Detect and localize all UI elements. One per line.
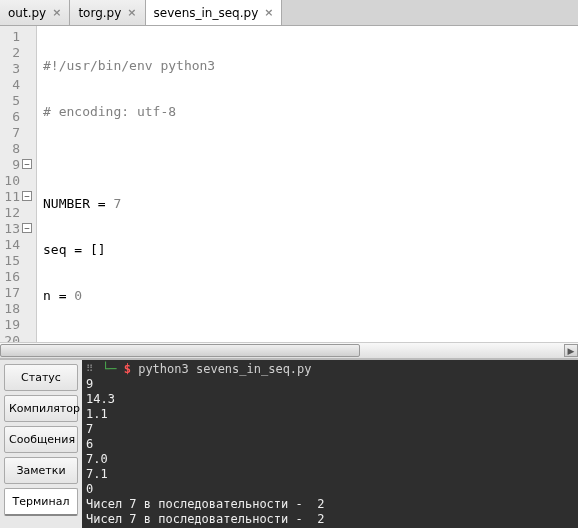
fold-icon[interactable]: −	[22, 223, 32, 233]
code-text	[43, 150, 560, 166]
line-number: 9	[0, 157, 20, 172]
tab-label: sevens_in_seq.py	[154, 6, 259, 20]
line-number: 14	[0, 237, 20, 252]
side-tab-compiler[interactable]: Компилятор	[4, 395, 78, 422]
side-tab-status[interactable]: Статус	[4, 364, 78, 391]
terminal-output: 7.0	[86, 452, 574, 467]
line-number: 13	[0, 221, 20, 236]
tab-torg[interactable]: torg.py ×	[70, 0, 145, 25]
tab-out[interactable]: out.py ×	[0, 0, 70, 25]
terminal-output: 14.3	[86, 392, 574, 407]
line-number: 2	[0, 45, 20, 60]
editor-tabs: out.py × torg.py × sevens_in_seq.py ×	[0, 0, 578, 26]
terminal-output: 9	[86, 377, 574, 392]
scrollbar-thumb[interactable]	[0, 344, 360, 357]
line-number: 1	[0, 29, 20, 44]
horizontal-scrollbar[interactable]: ▶	[0, 342, 578, 358]
side-tab-notes[interactable]: Заметки	[4, 457, 78, 484]
terminal-output: 7	[86, 422, 574, 437]
prompt-arrow-icon: └─	[102, 362, 116, 376]
terminal-output: Чисел 7 в последовательности - 2	[86, 497, 574, 512]
tab-label: torg.py	[78, 6, 121, 20]
terminal[interactable]: ⠿ └─ $ python3 sevens_in_seq.py 9 14.3 1…	[82, 360, 578, 528]
code-editor[interactable]: 1 2 3 4 5 6 7 8 9− 10 11− 12 13− 14 15 1…	[0, 26, 578, 342]
line-number: 4	[0, 77, 20, 92]
side-tab-messages[interactable]: Сообщения	[4, 426, 78, 453]
code-text: # encoding: utf-8	[43, 104, 176, 119]
code-text: NUMBER =	[43, 196, 113, 211]
line-number: 3	[0, 61, 20, 76]
close-icon[interactable]: ×	[52, 6, 61, 19]
terminal-output: 1.1	[86, 407, 574, 422]
line-number: 16	[0, 269, 20, 284]
code-text: n =	[43, 288, 74, 303]
line-number: 17	[0, 285, 20, 300]
terminal-output: 6	[86, 437, 574, 452]
side-tab-terminal[interactable]: Терминал	[4, 488, 78, 516]
fold-icon[interactable]: −	[22, 159, 32, 169]
line-number: 5	[0, 93, 20, 108]
chevron-right-icon[interactable]: ▶	[564, 344, 578, 357]
fold-icon[interactable]: −	[22, 191, 32, 201]
gutter: 1 2 3 4 5 6 7 8 9− 10 11− 12 13− 14 15 1…	[0, 26, 37, 342]
grip-icon[interactable]: ⠿	[86, 363, 91, 374]
close-icon[interactable]: ×	[127, 6, 136, 19]
tab-label: out.py	[8, 6, 46, 20]
terminal-command: python3 sevens_in_seq.py	[138, 362, 311, 376]
line-number: 18	[0, 301, 20, 316]
line-number: 11	[0, 189, 20, 204]
tab-sevens[interactable]: sevens_in_seq.py ×	[146, 0, 283, 25]
line-number: 15	[0, 253, 20, 268]
line-number: 7	[0, 125, 20, 140]
code-text: #!/usr/bin/env python3	[43, 58, 215, 73]
line-number: 12	[0, 205, 20, 220]
terminal-output: Чисел 7 в последовательности - 2	[86, 512, 574, 527]
line-number: 20	[0, 333, 20, 343]
line-number: 8	[0, 141, 20, 156]
line-number: 6	[0, 109, 20, 124]
code-text	[43, 334, 560, 342]
terminal-output: 0	[86, 482, 574, 497]
side-tabs: Статус Компилятор Сообщения Заметки Терм…	[0, 360, 82, 528]
bottom-panel: Статус Компилятор Сообщения Заметки Терм…	[0, 358, 578, 528]
line-number: 19	[0, 317, 20, 332]
code-text: 0	[74, 288, 82, 303]
prompt-dollar: $	[124, 362, 131, 376]
code-area[interactable]: #!/usr/bin/env python3 # encoding: utf-8…	[37, 26, 566, 342]
close-icon[interactable]: ×	[264, 6, 273, 19]
line-number: 10	[0, 173, 20, 188]
code-text: seq = []	[43, 242, 106, 257]
code-text: 7	[113, 196, 121, 211]
terminal-output: 7.1	[86, 467, 574, 482]
